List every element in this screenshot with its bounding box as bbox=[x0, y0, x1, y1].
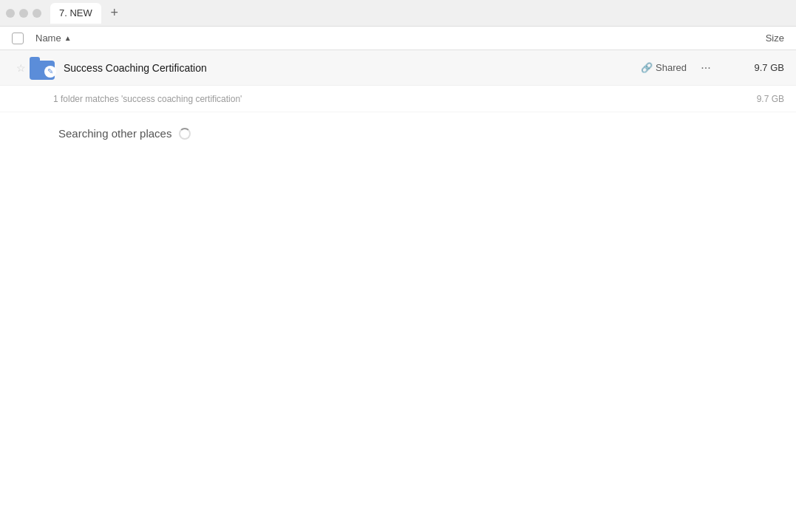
name-label: Name bbox=[35, 33, 61, 44]
name-column-header[interactable]: Name ▲ bbox=[35, 33, 725, 44]
loading-spinner bbox=[179, 128, 191, 140]
file-size: 9.7 GB bbox=[725, 62, 784, 73]
add-tab-button[interactable]: + bbox=[104, 3, 125, 24]
column-headers: Name ▲ Size bbox=[0, 27, 796, 50]
file-name: Success Coaching Certification bbox=[64, 62, 641, 74]
searching-label: Searching other places bbox=[58, 127, 171, 140]
star-icon[interactable]: ☆ bbox=[12, 62, 30, 74]
close-control[interactable] bbox=[6, 9, 15, 18]
match-size: 9.7 GB bbox=[725, 94, 784, 104]
minimize-control[interactable] bbox=[19, 9, 28, 18]
tab-label: 7. NEW bbox=[59, 7, 92, 18]
select-all-checkbox[interactable] bbox=[12, 33, 24, 44]
window-controls bbox=[6, 9, 41, 18]
size-label: Size bbox=[766, 33, 784, 44]
ellipsis-icon: ··· bbox=[701, 61, 710, 75]
header-checkbox-col bbox=[12, 33, 35, 44]
shared-badge: 🔗 Shared bbox=[641, 62, 687, 73]
match-info-row: 1 folder matches 'success coaching certi… bbox=[0, 86, 796, 112]
file-row[interactable]: ☆ ✎ Success Coaching Certification 🔗 Sha… bbox=[0, 50, 796, 86]
folder-icon: ✎ bbox=[30, 55, 56, 81]
sort-arrow-icon: ▲ bbox=[64, 34, 72, 42]
plus-icon: + bbox=[111, 5, 119, 21]
more-options-button[interactable]: ··· bbox=[695, 58, 716, 78]
match-text: 1 folder matches 'success coaching certi… bbox=[53, 94, 725, 104]
size-column-header[interactable]: Size bbox=[725, 33, 784, 44]
current-tab[interactable]: 7. NEW bbox=[50, 3, 101, 24]
maximize-control[interactable] bbox=[33, 9, 41, 18]
shared-label: Shared bbox=[656, 62, 687, 73]
link-icon: 🔗 bbox=[641, 62, 653, 73]
tab-bar: 7. NEW + bbox=[0, 0, 796, 27]
searching-section: Searching other places bbox=[0, 112, 796, 151]
